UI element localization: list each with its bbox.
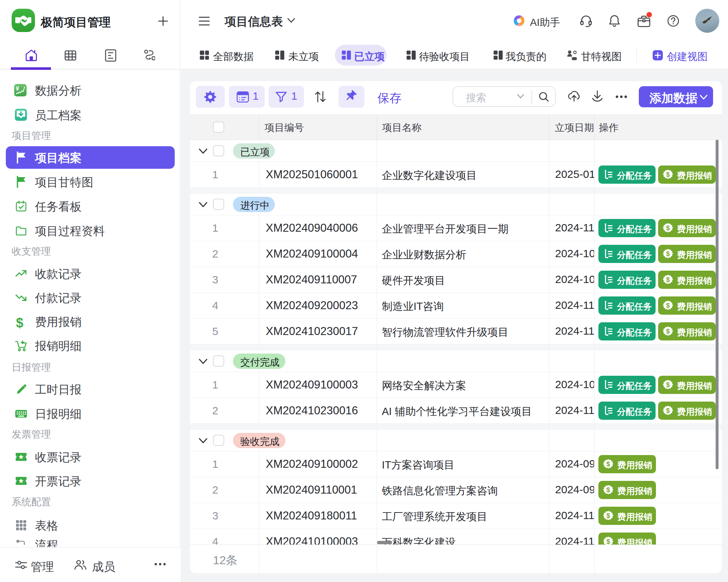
svg-text:$: $ [666, 407, 670, 414]
svg-text:$: $ [666, 250, 670, 258]
svg-text:$: $ [606, 461, 610, 468]
svg-text:¥: ¥ [16, 85, 19, 92]
svg-text:$: $ [606, 512, 610, 519]
svg-text:$: $ [666, 302, 670, 309]
svg-text:$: $ [666, 381, 670, 388]
svg-text:$: $ [666, 328, 670, 335]
svg-text:$: $ [666, 224, 670, 232]
svg-text:$: $ [606, 486, 610, 494]
svg-text:$: $ [666, 276, 670, 283]
svg-text:$: $ [606, 538, 610, 545]
svg-text:$: $ [666, 171, 670, 178]
